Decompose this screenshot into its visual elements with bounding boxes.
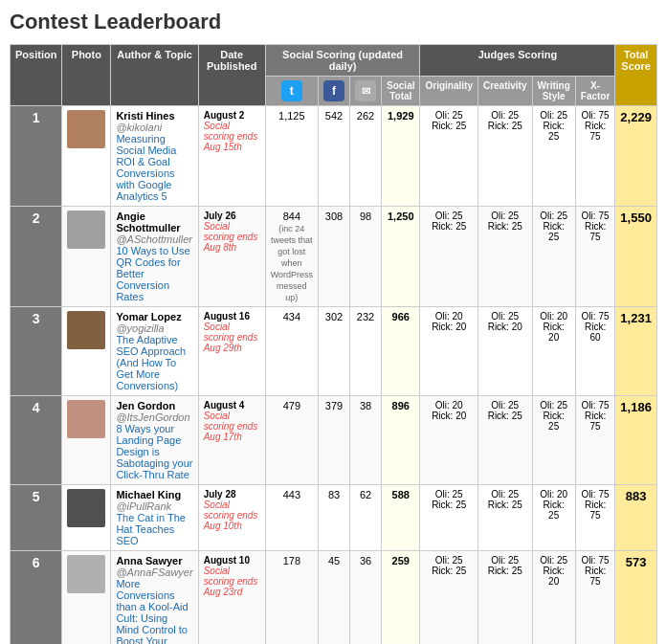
author-name: Michael King — [116, 489, 181, 500]
col-judges-group: Judges Scoring — [420, 45, 615, 77]
topic-link[interactable]: The Adaptive SEO Approach (And How To Ge… — [116, 334, 186, 391]
author-handle: @ASchottmuller — [116, 233, 192, 245]
col-facebook: f — [319, 77, 350, 106]
writing-score: Oli: 25Rick: 25 — [532, 396, 575, 485]
date-note: Social scoring ends Aug 29th — [204, 322, 258, 353]
total-score: 883 — [615, 485, 657, 551]
date-value: July 28 — [204, 489, 236, 500]
avatar — [67, 110, 105, 148]
col-social-group: Social Scoring (updated daily) — [265, 45, 420, 77]
col-social-total: SocialTotal — [382, 77, 420, 106]
creativity-score: Oli: 25Rick: 25 — [477, 485, 532, 551]
avatar — [67, 555, 105, 593]
twitter-count: 443 — [265, 485, 318, 551]
social-total: 588 — [382, 485, 420, 551]
position-cell: 4 — [11, 396, 62, 485]
other-count: 98 — [350, 207, 382, 307]
total-score: 2,229 — [615, 106, 657, 207]
author-name: Yomar Lopez — [116, 311, 181, 322]
xfactor-score: Oli: 75Rick: 75 — [575, 106, 615, 207]
xfactor-score: Oli: 75Rick: 75 — [575, 485, 615, 551]
avatar — [67, 311, 105, 349]
photo-cell — [62, 485, 111, 551]
table-row: 2Angie Schottmuller @ASchottmuller 10 Wa… — [11, 207, 657, 307]
creativity-score: Oli: 25Rick: 20 — [477, 307, 532, 396]
author-handle: @iPullRank — [116, 500, 171, 512]
total-score: 1,186 — [615, 396, 657, 485]
writing-score: Oli: 25Rick: 20 — [532, 551, 575, 645]
col-twitter: t — [265, 77, 318, 106]
facebook-count: 83 — [319, 485, 350, 551]
date-note: Social scoring ends Aug 17th — [204, 411, 258, 442]
other-count: 62 — [350, 485, 382, 551]
date-note: Social scoring ends Aug 23rd — [204, 566, 258, 597]
twitter-icon: t — [281, 80, 302, 101]
position-cell: 3 — [11, 307, 62, 396]
other-count: 36 — [350, 551, 382, 645]
page-title: Contest Leaderboard — [10, 10, 656, 34]
twitter-count: 1,125 — [265, 106, 318, 207]
col-date: Date Published — [198, 45, 265, 106]
author-cell: Michael King @iPullRank The Cat in The H… — [111, 485, 198, 551]
photo-cell — [62, 106, 111, 207]
position-cell: 6 — [11, 551, 62, 645]
social-total: 1,929 — [382, 106, 420, 207]
position-cell: 1 — [11, 106, 62, 207]
date-cell: August 10 Social scoring ends Aug 23rd — [198, 551, 265, 645]
topic-link[interactable]: 10 Ways to Use QR Codes for Better Conve… — [116, 245, 189, 302]
date-value: July 26 — [204, 211, 236, 221]
other-count: 262 — [350, 106, 382, 207]
facebook-count: 379 — [319, 396, 350, 485]
photo-cell — [62, 396, 111, 485]
author-handle: @AnnaFSawyer — [116, 566, 192, 578]
topic-link[interactable]: More Conversions than a Kool-Aid Cult: U… — [116, 578, 188, 644]
facebook-count: 542 — [319, 106, 350, 207]
photo-cell — [62, 207, 111, 307]
originality-score: Oli: 20Rick: 20 — [420, 396, 477, 485]
author-cell: Yomar Lopez @yogizilla The Adaptive SEO … — [111, 307, 198, 396]
date-cell: July 26 Social scoring ends Aug 8th — [198, 207, 265, 307]
date-value: August 4 — [204, 400, 245, 411]
originality-score: Oli: 25Rick: 25 — [420, 106, 477, 207]
date-cell: August 16 Social scoring ends Aug 29th — [198, 307, 265, 396]
photo-cell — [62, 307, 111, 396]
twitter-count: 844(inc 24 tweets that got lost when Wor… — [265, 207, 318, 307]
avatar — [67, 489, 105, 527]
twitter-count: 434 — [265, 307, 318, 396]
originality-score: Oli: 20Rick: 20 — [420, 307, 477, 396]
originality-score: Oli: 25Rick: 25 — [420, 207, 477, 307]
date-value: August 2 — [204, 110, 245, 121]
author-name: Angie Schottmuller — [116, 211, 180, 233]
topic-link[interactable]: 8 Ways your Landing Page Design is Sabot… — [116, 423, 192, 480]
social-total: 259 — [382, 551, 420, 645]
writing-score: Oli: 25Rick: 25 — [532, 106, 575, 207]
other-count: 232 — [350, 307, 382, 396]
table-row: 1Kristi Hines @kikolani Measuring Social… — [11, 106, 657, 207]
social-total: 966 — [382, 307, 420, 396]
originality-score: Oli: 25Rick: 25 — [420, 485, 477, 551]
col-total: Total Score — [615, 45, 657, 106]
xfactor-score: Oli: 75Rick: 75 — [575, 207, 615, 307]
facebook-count: 302 — [319, 307, 350, 396]
topic-link[interactable]: The Cat in The Hat Teaches SEO — [116, 512, 186, 546]
date-cell: August 2 Social scoring ends Aug 15th — [198, 106, 265, 207]
leaderboard-table: Position Photo Author & Topic Date Publi… — [10, 44, 657, 644]
xfactor-score: Oli: 75Rick: 60 — [575, 307, 615, 396]
author-name: Anna Sawyer — [116, 555, 182, 566]
writing-score: Oli: 20Rick: 25 — [532, 485, 575, 551]
other-count: 38 — [350, 396, 382, 485]
date-cell: August 4 Social scoring ends Aug 17th — [198, 396, 265, 485]
avatar — [67, 400, 105, 438]
xfactor-score: Oli: 75Rick: 75 — [575, 551, 615, 645]
position-cell: 5 — [11, 485, 62, 551]
topic-link[interactable]: Measuring Social Media ROI & Goal Conver… — [116, 133, 176, 202]
creativity-score: Oli: 25Rick: 25 — [477, 551, 532, 645]
date-value: August 10 — [204, 555, 250, 566]
originality-score: Oli: 25Rick: 25 — [420, 551, 477, 645]
author-handle: @kikolani — [116, 122, 162, 133]
col-author: Author & Topic — [111, 45, 198, 106]
facebook-count: 45 — [319, 551, 350, 645]
col-xfactor: X-Factor — [575, 77, 615, 106]
total-score: 1,550 — [615, 207, 657, 307]
facebook-count: 308 — [319, 207, 350, 307]
